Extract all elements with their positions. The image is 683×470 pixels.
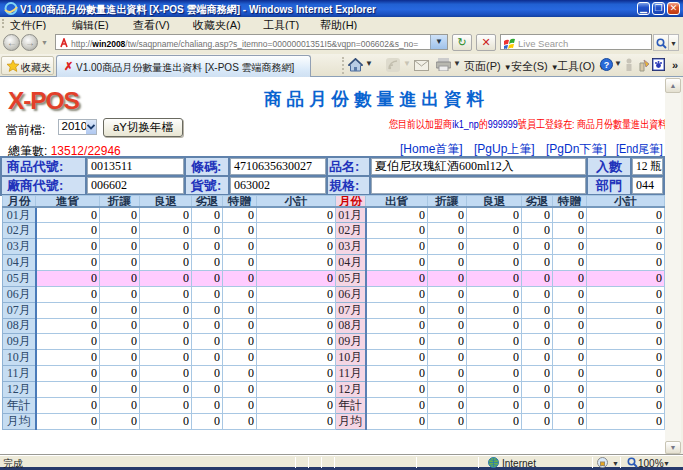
svg-text:?: ? xyxy=(604,60,610,70)
